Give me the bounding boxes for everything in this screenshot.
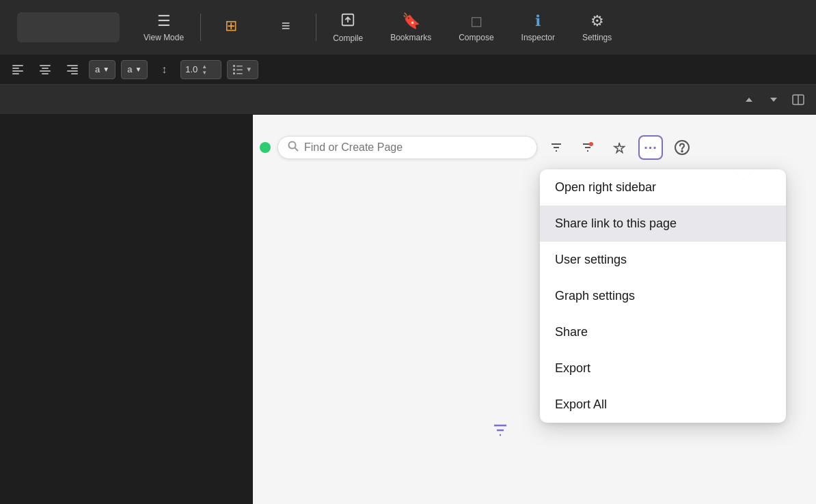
menu-item-share[interactable]: Share	[540, 314, 786, 350]
align-right-button[interactable]	[62, 60, 83, 79]
svg-rect-5	[40, 65, 51, 66]
top-toolbar: ☰ View Mode ⊞ ≡ Compile 🔖 Bookmarks ◻ Co…	[0, 0, 816, 55]
menu-item-export-all[interactable]: Export All	[540, 387, 786, 423]
more-dots-icon: ···	[644, 140, 657, 156]
svg-rect-1	[12, 65, 23, 66]
menu-item-open-right-sidebar[interactable]: Open right sidebar	[540, 169, 786, 206]
svg-rect-16	[236, 69, 243, 70]
split-view-button[interactable]	[789, 90, 808, 109]
bookmarks-label: Bookmarks	[390, 33, 431, 42]
font-style-value: a	[95, 64, 100, 74]
toolbar-settings[interactable]: ⚙ Settings	[569, 7, 625, 48]
align-center-button[interactable]	[34, 60, 56, 79]
line-height-value: 1.0	[185, 64, 198, 74]
status-indicator	[260, 142, 271, 153]
compile-icon	[340, 12, 355, 31]
search-input[interactable]	[304, 141, 527, 154]
menu-item-share-link[interactable]: Share link to this page	[540, 206, 786, 242]
separator-2	[316, 14, 316, 41]
svg-rect-12	[71, 73, 78, 74]
compose-label: Compose	[459, 33, 493, 42]
inspector-icon: ℹ	[535, 12, 541, 30]
svg-rect-13	[233, 65, 235, 67]
help-button[interactable]	[670, 135, 694, 160]
search-input-wrapper[interactable]	[277, 136, 537, 159]
svg-rect-14	[236, 66, 243, 67]
list-type-button[interactable]: ▼	[227, 60, 258, 79]
menu-item-export[interactable]: Export	[540, 350, 786, 387]
second-toolbar: a ▼ a ▼ ↕ 1.0 ▲▼ ▼	[0, 55, 816, 85]
main-content: ··· Open right sidebar Share link to thi…	[0, 115, 816, 504]
menu-item-graph-settings[interactable]: Graph settings	[540, 278, 786, 314]
svg-point-21	[289, 142, 296, 149]
svg-rect-8	[42, 73, 49, 74]
stepper-arrows[interactable]: ▲▼	[202, 64, 207, 76]
settings-label: Settings	[582, 33, 612, 42]
inspector-label: Inspector	[521, 33, 555, 42]
compile-label: Compile	[333, 33, 363, 43]
bookmarks-icon: 🔖	[402, 12, 420, 30]
svg-rect-3	[12, 70, 23, 72]
filter-button[interactable]	[544, 135, 569, 160]
menu-item-label: Export All	[555, 397, 607, 411]
font-style-dropdown[interactable]: a ▼	[89, 60, 115, 79]
toolbar-compile[interactable]: Compile	[319, 7, 377, 48]
toolbar-bookmarks[interactable]: 🔖 Bookmarks	[377, 7, 445, 48]
menu-item-label: Export	[555, 361, 590, 375]
svg-rect-2	[12, 68, 19, 69]
view-mode-label: View Mode	[144, 33, 184, 42]
line-height-icon[interactable]: ↕	[153, 60, 175, 79]
svg-rect-4	[12, 73, 19, 74]
list-icon: ≡	[282, 17, 290, 35]
menu-item-user-settings[interactable]: User settings	[540, 242, 786, 278]
svg-rect-11	[67, 70, 78, 72]
svg-rect-9	[67, 65, 78, 66]
search-icon	[288, 141, 299, 154]
menu-item-label: Share link to this page	[555, 216, 677, 230]
svg-rect-6	[42, 68, 49, 69]
menu-item-label: Share	[555, 325, 588, 339]
toolbar-compose[interactable]: ◻ Compose	[445, 7, 507, 48]
toolbar-list-mode[interactable]: ≡	[258, 12, 313, 43]
svg-point-25	[681, 151, 683, 152]
toolbar-grid-mode[interactable]: ⊞	[204, 12, 258, 43]
menu-item-label: Open right sidebar	[555, 180, 656, 194]
bottom-filter-button[interactable]	[492, 422, 508, 443]
third-toolbar	[0, 85, 816, 115]
toolbar-inspector[interactable]: ℹ Inspector	[508, 7, 569, 48]
list-chevron-icon: ▼	[245, 66, 252, 73]
settings-icon: ⚙	[590, 12, 604, 30]
chevron-down-icon: ▼	[103, 66, 109, 73]
separator-1	[200, 14, 201, 41]
svg-rect-7	[40, 70, 51, 72]
font-case-dropdown[interactable]: a ▼	[121, 60, 148, 79]
svg-rect-10	[71, 68, 78, 69]
svg-rect-17	[233, 72, 235, 74]
svg-point-23	[589, 142, 593, 146]
line-height-input[interactable]: 1.0 ▲▼	[180, 60, 221, 79]
svg-line-22	[295, 148, 299, 152]
view-mode-icon: ☰	[157, 12, 171, 30]
menu-item-label: Graph settings	[555, 289, 635, 303]
align-left-button[interactable]	[7, 60, 29, 79]
filter-active-button[interactable]	[575, 135, 600, 160]
font-case-value: a	[127, 64, 132, 74]
star-button[interactable]	[607, 135, 631, 160]
left-panel	[0, 115, 253, 504]
menu-item-label: User settings	[555, 253, 627, 266]
navigate-down-button[interactable]	[764, 90, 783, 109]
grid-icon: ⊞	[225, 17, 237, 35]
search-area: ···	[260, 135, 694, 160]
more-options-button[interactable]: ···	[638, 135, 663, 160]
svg-rect-15	[233, 68, 235, 70]
chevron-down-icon-2: ▼	[135, 66, 141, 73]
toolbar-view-mode[interactable]: ☰ View Mode	[130, 7, 198, 48]
svg-rect-18	[236, 73, 243, 74]
dropdown-menu: Open right sidebar Share link to this pa…	[540, 169, 786, 423]
navigate-up-button[interactable]	[739, 90, 759, 109]
compose-icon: ◻	[470, 12, 482, 30]
